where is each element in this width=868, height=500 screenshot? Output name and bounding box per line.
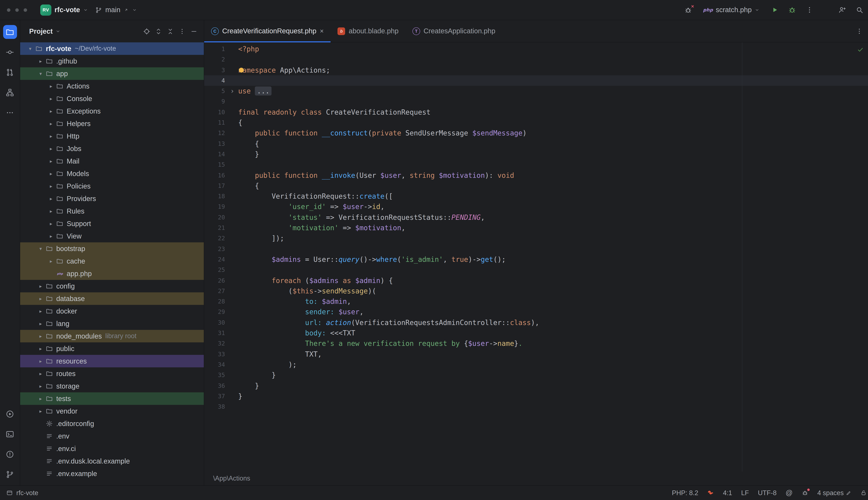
fold-marker-icon[interactable] — [226, 65, 238, 75]
fold-marker-icon[interactable] — [226, 286, 238, 296]
code-line[interactable]: 35 } — [204, 370, 868, 380]
code-line[interactable]: 34 ); — [204, 359, 868, 370]
tree-item[interactable]: public — [20, 342, 204, 355]
line-number[interactable]: 22 — [204, 233, 226, 244]
code-text[interactable]: { — [238, 117, 242, 128]
fold-marker-icon[interactable] — [226, 107, 238, 117]
tree-chevron-icon[interactable] — [36, 317, 45, 330]
code-text[interactable]: } — [238, 380, 259, 391]
more-actions-button[interactable] — [803, 4, 815, 16]
fold-marker-icon[interactable] — [226, 212, 238, 223]
code-text[interactable]: 'motivation' => $motivation, — [238, 223, 406, 233]
line-number[interactable]: 38 — [204, 401, 226, 412]
tree-chevron-icon[interactable] — [36, 67, 45, 80]
tree-chevron-icon[interactable] — [36, 292, 45, 305]
line-number[interactable]: 4 — [204, 75, 226, 86]
editor-tab[interactable]: about.blade.php — [331, 20, 406, 42]
line-number[interactable]: 13 — [204, 138, 226, 149]
code-text[interactable]: { — [238, 181, 259, 191]
window-zoom-button[interactable] — [24, 8, 27, 12]
window-minimize-button[interactable] — [15, 8, 19, 12]
line-number[interactable]: 3 — [204, 65, 226, 75]
line-number[interactable]: 2 — [204, 54, 226, 65]
code-text[interactable]: ($this->sendMessage)( — [238, 286, 376, 296]
code-with-me-button[interactable] — [836, 4, 848, 16]
code-line[interactable]: 33 TXT, — [204, 349, 868, 359]
line-number[interactable]: 21 — [204, 223, 226, 233]
tree-chevron-icon[interactable] — [47, 255, 56, 268]
tree-item[interactable]: .editorconfig — [20, 417, 204, 430]
fold-marker-icon[interactable] — [226, 370, 238, 380]
line-number[interactable]: 24 — [204, 254, 226, 265]
annotations-icon[interactable]: @ — [786, 489, 793, 497]
structure-tool-button[interactable] — [3, 86, 17, 99]
tree-item[interactable]: Exceptions — [20, 105, 204, 117]
project-widget[interactable]: RV rfc-vote — [37, 3, 92, 17]
caret-position-widget[interactable]: 4:1 — [723, 489, 732, 497]
line-number[interactable]: 31 — [204, 328, 226, 338]
fold-marker-icon[interactable] — [226, 96, 238, 107]
tree-item[interactable]: .github — [20, 55, 204, 67]
code-text[interactable]: final readonly class CreateVerificationR… — [238, 107, 431, 117]
tree-chevron-icon[interactable] — [47, 230, 56, 242]
hide-button[interactable] — [189, 26, 199, 36]
tree-item[interactable]: .env.example — [20, 467, 204, 480]
tree-chevron-icon[interactable] — [47, 143, 56, 155]
debug-button[interactable] — [786, 4, 798, 16]
fold-marker-icon[interactable]: › — [226, 86, 238, 96]
tree-chevron-icon[interactable] — [36, 330, 45, 342]
tree-item[interactable]: Rules — [20, 205, 204, 217]
code-line[interactable]: 21 'motivation' => $motivation, — [204, 223, 868, 233]
code-text[interactable]: url: action(VerificationRequestsAdminCon… — [238, 317, 539, 328]
tree-item[interactable]: Support — [20, 217, 204, 230]
breadcrumb[interactable]: \App\Actions — [204, 471, 868, 486]
tree-item[interactable]: Mail — [20, 155, 204, 167]
code-text[interactable]: VerificationRequest::create([ — [238, 191, 393, 202]
code-line[interactable]: 18 VerificationRequest::create([ — [204, 191, 868, 202]
inspections-status-button[interactable]: × — [682, 4, 694, 16]
line-number[interactable]: 28 — [204, 296, 226, 307]
fold-marker-icon[interactable] — [226, 202, 238, 212]
tree-chevron-icon[interactable] — [36, 55, 45, 67]
code-text[interactable]: use ... — [238, 86, 272, 96]
tree-item[interactable]: Models — [20, 167, 204, 180]
tree-chevron-icon[interactable] — [47, 80, 56, 92]
tree-chevron-icon[interactable] — [36, 405, 45, 417]
code-line[interactable]: 9 — [204, 96, 868, 107]
line-number[interactable]: 18 — [204, 191, 226, 202]
fold-marker-icon[interactable] — [226, 328, 238, 338]
fold-marker-icon[interactable] — [226, 233, 238, 244]
line-number[interactable]: 10 — [204, 107, 226, 117]
code-line[interactable]: 19 'user_id' => $user->id, — [204, 202, 868, 212]
line-number[interactable]: 17 — [204, 181, 226, 191]
tree-item[interactable]: Providers — [20, 192, 204, 205]
tree-chevron-icon[interactable] — [36, 242, 45, 255]
line-number[interactable]: 11 — [204, 117, 226, 128]
indent-widget[interactable]: 4 spaces — [817, 489, 851, 497]
tree-chevron-icon[interactable] — [36, 380, 45, 393]
fold-marker-icon[interactable] — [226, 75, 238, 86]
fold-marker-icon[interactable] — [226, 44, 238, 54]
tree-chevron-icon[interactable] — [26, 42, 35, 55]
fold-marker-icon[interactable] — [226, 349, 238, 359]
options-button[interactable] — [177, 26, 187, 36]
fold-marker-icon[interactable] — [226, 54, 238, 65]
tree-chevron-icon[interactable] — [36, 305, 45, 317]
fold-marker-icon[interactable] — [226, 149, 238, 160]
code-line[interactable]: 31 body: <<<TXT — [204, 328, 868, 338]
run-config-widget[interactable]: php scratch.php — [700, 4, 763, 16]
code-line[interactable]: 1<?php — [204, 44, 868, 54]
fold-marker-icon[interactable] — [226, 191, 238, 202]
expand-all-button[interactable] — [153, 26, 163, 36]
code-line[interactable]: 13 { — [204, 138, 868, 149]
fold-marker-icon[interactable] — [226, 138, 238, 149]
code-line[interactable]: 17 { — [204, 181, 868, 191]
code-line[interactable]: 36 } — [204, 380, 868, 391]
tree-chevron-icon[interactable] — [47, 217, 56, 230]
status-project-widget[interactable]: rfc-vote — [6, 489, 38, 497]
commit-tool-button[interactable] — [3, 45, 17, 59]
code-line[interactable]: 4 — [204, 75, 868, 86]
code-line[interactable]: 37} — [204, 391, 868, 401]
tree-chevron-icon[interactable] — [47, 105, 56, 117]
tree-item[interactable]: app — [20, 67, 204, 80]
